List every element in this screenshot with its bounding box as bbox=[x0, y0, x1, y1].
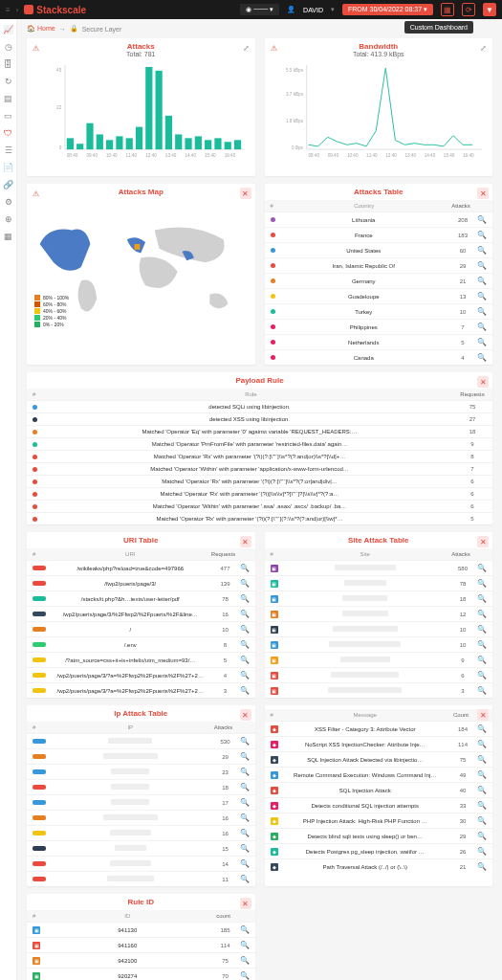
search-icon[interactable]: 🔍 bbox=[477, 323, 487, 331]
svg-rect-11 bbox=[126, 138, 133, 149]
attacks-chart: 45 22 0 08:4009:4010:4011:4012:4013:4014… bbox=[46, 65, 248, 163]
table-row: ◆Detects Postgres pg_sleep injection, wa… bbox=[265, 843, 493, 858]
sidebar-database-icon[interactable]: 🗄 bbox=[4, 59, 13, 69]
svg-text:13:40: 13:40 bbox=[165, 153, 177, 158]
svg-text:13:40: 13:40 bbox=[404, 153, 416, 158]
sidebar-list-icon[interactable]: ☰ bbox=[4, 145, 13, 155]
search-icon[interactable]: 🔍 bbox=[477, 832, 487, 840]
refresh-button[interactable]: ⟳ bbox=[462, 3, 475, 16]
sidebar-logs-icon[interactable]: ▦ bbox=[4, 232, 13, 241]
search-icon[interactable]: 🔍 bbox=[240, 610, 250, 618]
search-icon[interactable]: 🔍 bbox=[477, 770, 487, 779]
table-row: Matched 'Operator 'Eq' with parameter '0… bbox=[27, 425, 492, 437]
search-icon[interactable]: 🔍 bbox=[477, 801, 487, 810]
svg-rect-17 bbox=[185, 138, 191, 149]
search-icon[interactable]: 🔍 bbox=[477, 231, 487, 239]
search-icon[interactable]: 🔍 bbox=[477, 261, 487, 270]
table-row: 18🔍 bbox=[27, 779, 255, 794]
search-icon[interactable]: 🔍 bbox=[240, 564, 250, 572]
search-icon[interactable]: 🔍 bbox=[477, 594, 487, 603]
search-icon[interactable]: 🔍 bbox=[477, 246, 487, 255]
search-icon[interactable]: 🔍 bbox=[240, 956, 250, 965]
sidebar-layers-icon[interactable]: ▤ bbox=[4, 94, 13, 103]
search-icon[interactable]: 🔍 bbox=[477, 671, 487, 679]
search-icon[interactable]: 🔍 bbox=[477, 740, 487, 748]
user-icon: 👤 bbox=[287, 6, 295, 13]
search-icon[interactable]: 🔍 bbox=[477, 215, 487, 224]
table-row: ▣12🔍 bbox=[265, 606, 493, 621]
table-row: Turkey10🔍 bbox=[265, 303, 493, 319]
search-icon[interactable]: 🔍 bbox=[240, 941, 250, 949]
table-row: 16🔍 bbox=[27, 810, 255, 825]
search-icon[interactable]: 🔍 bbox=[240, 686, 250, 695]
sidebar-dashboard-icon[interactable]: ◷ bbox=[4, 42, 13, 52]
search-icon[interactable]: 🔍 bbox=[240, 783, 250, 791]
search-icon[interactable]: 🔍 bbox=[240, 859, 250, 868]
search-icon[interactable]: 🔍 bbox=[240, 737, 250, 746]
bandwidth-subtitle: Total: 413.9 kBps bbox=[269, 51, 490, 57]
table-row: Netherlands5🔍 bbox=[265, 334, 493, 349]
search-icon[interactable]: 🔍 bbox=[477, 307, 487, 316]
sidebar-shield-icon[interactable]: 🛡 bbox=[4, 128, 13, 138]
sidebar-settings-icon[interactable]: ⚙ bbox=[4, 197, 13, 207]
search-icon[interactable]: 🔍 bbox=[477, 816, 487, 825]
sidebar-chart-icon[interactable]: ▭ bbox=[4, 111, 13, 121]
site-title: Site Attack Table bbox=[269, 536, 490, 545]
svg-text:08:40: 08:40 bbox=[308, 153, 319, 158]
search-icon[interactable]: 🔍 bbox=[477, 755, 487, 764]
sidebar-reload-icon[interactable]: ↻ bbox=[4, 77, 13, 86]
sidebar-tag-icon[interactable]: ⊕ bbox=[4, 214, 13, 224]
search-icon[interactable]: 🔍 bbox=[477, 277, 487, 285]
search-icon[interactable]: 🔍 bbox=[240, 594, 250, 603]
search-icon[interactable]: 🔍 bbox=[477, 353, 487, 362]
search-icon[interactable]: 🔍 bbox=[477, 625, 487, 634]
filter-button[interactable]: ▼ bbox=[483, 3, 496, 16]
search-icon[interactable]: 🔍 bbox=[240, 798, 250, 807]
search-icon[interactable]: 🔍 bbox=[477, 640, 487, 649]
ip-attack-card: ✕ Ip Attack Table #IPAttacks 530🔍29🔍23🔍1… bbox=[27, 705, 255, 886]
search-icon[interactable]: 🔍 bbox=[477, 862, 487, 871]
search-icon[interactable]: 🔍 bbox=[240, 875, 250, 883]
table-row: /wp2/pueris/page/3/?a=%2Ffwp2%2Fpueris%2… bbox=[27, 667, 255, 682]
search-icon[interactable]: 🔍 bbox=[240, 813, 250, 822]
search-icon[interactable]: 🔍 bbox=[477, 579, 487, 588]
search-icon[interactable]: 🔍 bbox=[240, 752, 250, 761]
search-icon[interactable]: 🔍 bbox=[477, 610, 487, 618]
search-icon[interactable]: 🔍 bbox=[477, 847, 487, 856]
table-row: ▣9🔍 bbox=[265, 652, 493, 667]
sidebar-activity-icon[interactable]: 📈 bbox=[4, 25, 13, 34]
bandwidth-title: Bandwidth bbox=[269, 42, 490, 51]
search-icon[interactable]: 🔍 bbox=[240, 829, 250, 837]
menu-icon[interactable]: ≡ bbox=[6, 6, 11, 14]
user-name[interactable]: DAVID bbox=[303, 7, 323, 13]
table-row: Matched 'Operator 'Rx' with parameter '(… bbox=[27, 487, 492, 500]
svg-rect-20 bbox=[214, 138, 221, 149]
search-icon[interactable]: 🔍 bbox=[240, 844, 250, 853]
search-icon[interactable]: 🔍 bbox=[477, 292, 487, 301]
search-icon[interactable]: 🔍 bbox=[240, 625, 250, 634]
search-icon[interactable]: 🔍 bbox=[240, 768, 250, 776]
svg-rect-16 bbox=[175, 134, 182, 149]
search-icon[interactable]: 🔍 bbox=[477, 564, 487, 572]
search-icon[interactable]: 🔍 bbox=[477, 656, 487, 664]
search-icon[interactable]: 🔍 bbox=[240, 671, 250, 679]
search-icon[interactable]: 🔍 bbox=[477, 786, 487, 794]
svg-text:16:40: 16:40 bbox=[463, 153, 474, 158]
date-from[interactable]: FROM 30/04/2022 08:37 ▾ bbox=[342, 4, 433, 15]
grid-view-button[interactable]: ▦ bbox=[441, 3, 454, 16]
search-icon[interactable]: 🔍 bbox=[477, 338, 487, 346]
search-icon[interactable]: 🔍 bbox=[240, 579, 250, 588]
search-icon[interactable]: 🔍 bbox=[477, 686, 487, 695]
search-icon[interactable]: 🔍 bbox=[240, 971, 250, 980]
table-row: ◆PHP Injection Attack: High-Risk PHP Fun… bbox=[265, 813, 493, 828]
search-icon[interactable]: 🔍 bbox=[240, 925, 250, 934]
breadcrumb-home[interactable]: 🏠 Home bbox=[27, 25, 55, 33]
search-icon[interactable]: 🔍 bbox=[477, 724, 487, 733]
org-selector[interactable]: ◉ ─── ▾ bbox=[240, 4, 279, 15]
search-icon[interactable]: 🔍 bbox=[240, 640, 250, 649]
svg-rect-12 bbox=[136, 127, 142, 149]
sidebar-report-icon[interactable]: 📄 bbox=[4, 163, 13, 172]
close-icon[interactable]: ✕ bbox=[477, 709, 489, 721]
search-icon[interactable]: 🔍 bbox=[240, 656, 250, 664]
sidebar-link-icon[interactable]: 🔗 bbox=[4, 180, 13, 189]
